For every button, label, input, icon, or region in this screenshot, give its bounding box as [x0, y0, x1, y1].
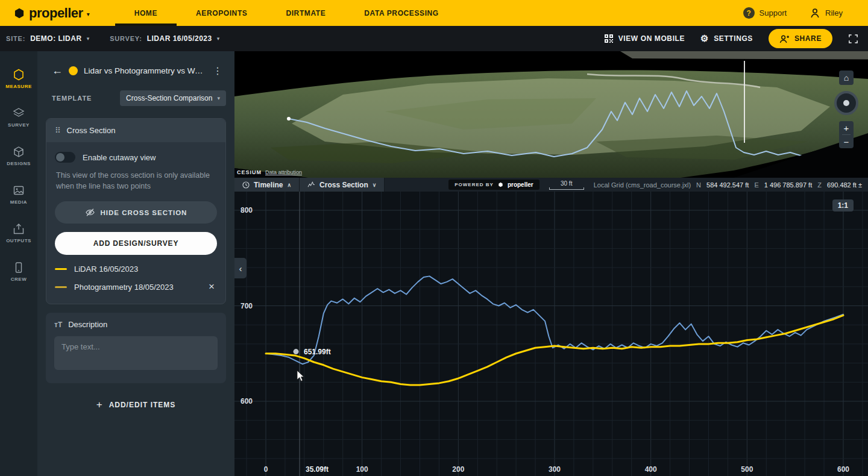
fullscreen-icon[interactable]	[848, 34, 858, 44]
nav-aeropoints[interactable]: AEROPOINTS	[177, 0, 266, 26]
measurement-panel: ← Lidar vs Photogrammetry vs Wa... ⋮ TEM…	[37, 51, 234, 476]
tab-cross-section[interactable]: Cross Section ∨	[300, 178, 385, 192]
logo-text: propeller	[29, 5, 83, 21]
main-nav: HOME AEROPOINTS DIRTMATE DATA PROCESSING	[115, 0, 458, 26]
template-caret-icon: ▾	[217, 95, 220, 101]
svg-text:200: 200	[452, 465, 464, 474]
support-label: Support	[760, 8, 787, 17]
cutaway-toggle-knob	[56, 153, 64, 161]
share-person-icon	[779, 34, 790, 43]
elevation-label: Z	[817, 181, 822, 189]
remove-series-icon[interactable]: ×	[206, 281, 217, 293]
zoom-in-button[interactable]: +	[839, 121, 854, 134]
designs-cube-icon	[13, 146, 25, 158]
rail-item-outputs[interactable]: OUTPUTS	[0, 214, 37, 252]
measurement-title: Lidar vs Photogrammetry vs Wa...	[84, 66, 203, 75]
powered-brand-label: propeller	[508, 181, 533, 188]
chart-canvas[interactable]: 010020030040050060080070060035.09ft651.9…	[234, 192, 868, 476]
plus-icon: +	[96, 399, 103, 411]
description-input[interactable]	[54, 336, 218, 370]
cross-section-card-title: Cross Section	[67, 126, 116, 135]
settings-label: SETTINGS	[714, 34, 753, 43]
logo-caret-icon: ▾	[87, 11, 90, 17]
survey-selector[interactable]: SURVEY: LIDAR 16/05/2023 ▾	[110, 34, 219, 43]
rail-item-designs[interactable]: DESIGNS	[0, 137, 37, 175]
rail-label-designs: DESIGNS	[7, 161, 31, 166]
cesium-watermark: CESIUM	[237, 169, 262, 175]
cutaway-toggle-label: Enable cutaway view	[83, 153, 156, 162]
terrain-scene	[234, 51, 868, 178]
hide-cross-section-button[interactable]: HIDE CROSS SECTION	[55, 201, 217, 224]
rail-label-crew: CREW	[11, 277, 27, 282]
top-navigation-bar: propeller ▾ HOME AEROPOINTS DIRTMATE DAT…	[0, 0, 868, 26]
outputs-export-icon	[13, 223, 25, 235]
nav-home[interactable]: HOME	[115, 0, 177, 26]
drag-handle-icon[interactable]: ⠿	[55, 126, 61, 135]
collapse-panel-button[interactable]: ‹	[234, 258, 247, 278]
lidar-swatch	[55, 268, 67, 270]
home-view-button[interactable]: ⌂	[839, 70, 854, 85]
app-window: propeller ▾ HOME AEROPOINTS DIRTMATE DAT…	[0, 0, 868, 476]
northing-value: 584 492.547 ft	[706, 181, 749, 189]
description-block: тT Description	[46, 313, 226, 383]
rail-item-measure[interactable]: MEASURE	[0, 60, 37, 98]
nav-data-processing[interactable]: DATA PROCESSING	[345, 0, 458, 26]
site-selector[interactable]: SITE: DEMO: LIDAR ▾	[6, 34, 89, 43]
add-design-survey-button[interactable]: ADD DESIGN/SURVEY	[55, 232, 217, 255]
svg-text:500: 500	[741, 465, 753, 474]
view-on-mobile-button[interactable]: VIEW ON MOBILE	[604, 34, 685, 43]
data-attribution-link[interactable]: Data attribution	[265, 169, 302, 175]
compass-gyro-control[interactable]	[834, 91, 858, 115]
easting-label: E	[754, 181, 758, 189]
kebab-menu-icon[interactable]: ⋮	[209, 65, 226, 77]
share-label: SHARE	[794, 34, 822, 43]
tab-timeline[interactable]: Timeline ∧	[234, 178, 300, 192]
rail-item-survey[interactable]: SURVEY	[0, 98, 37, 137]
support-menu[interactable]: ? Support	[743, 7, 787, 19]
map-scale-bar: 30 ft	[549, 180, 584, 190]
media-image-icon	[13, 184, 25, 196]
svg-text:600: 600	[241, 397, 253, 406]
nav-dirtmate[interactable]: DIRTMATE	[266, 0, 345, 26]
template-select[interactable]: Cross-Section Comparison ▾	[120, 90, 226, 106]
gear-icon: ⚙	[700, 33, 709, 44]
cutaway-toggle[interactable]	[55, 152, 75, 163]
zoom-out-button[interactable]: −	[839, 135, 854, 148]
rail-item-media[interactable]: MEDIA	[0, 175, 37, 214]
template-value: Cross-Section Comparison	[126, 94, 212, 102]
zoom-controls: + −	[839, 121, 854, 148]
user-name: Riley	[825, 8, 843, 17]
map-3d-viewer[interactable]: ⌂ + − CESIUM Data attribution	[234, 51, 868, 178]
view-on-mobile-label: VIEW ON MOBILE	[618, 34, 685, 43]
cross-section-card: ⠿ Cross Section Enable cutaway view This…	[46, 118, 226, 304]
site-caret-icon: ▾	[87, 36, 90, 42]
photogrammetry-swatch	[55, 286, 67, 288]
settings-button[interactable]: ⚙ SETTINGS	[700, 33, 753, 44]
powered-by-badge: POWERED BY propeller	[448, 180, 539, 190]
site-label: SITE:	[6, 35, 25, 42]
crew-phone-icon	[13, 261, 25, 274]
lidar-legend-label: LiDAR 16/05/2023	[74, 265, 138, 274]
viewer-bottom-strip: Timeline ∧ Cross Section ∨ POWERED BY	[234, 178, 868, 192]
viewer-nav-controls: ⌂ + −	[834, 70, 858, 148]
share-button[interactable]: SHARE	[769, 29, 832, 48]
timeline-tab-label: Timeline	[254, 181, 283, 189]
svg-text:0: 0	[264, 465, 268, 474]
survey-value: LIDAR 16/05/2023	[147, 34, 212, 43]
user-icon	[810, 8, 820, 18]
propeller-logo[interactable]: propeller ▾	[13, 5, 90, 21]
grid-label: Local Grid (cms_road_course.jxl)	[594, 181, 691, 189]
add-edit-items-button[interactable]: + ADD/EDIT ITEMS	[37, 399, 234, 411]
series-legend: LiDAR 16/05/2023 Photogrammetry 18/05/20…	[55, 265, 217, 293]
back-button[interactable]: ←	[52, 64, 63, 77]
rail-item-crew[interactable]: CREW	[0, 252, 37, 291]
svg-text:400: 400	[645, 465, 657, 474]
user-menu[interactable]: Riley	[810, 8, 843, 18]
site-value: DEMO: LIDAR	[30, 34, 82, 43]
easting-value: 1 496 785.897 ft	[764, 181, 813, 189]
cross-section-card-header[interactable]: ⠿ Cross Section	[46, 119, 225, 142]
cross-section-tab-label: Cross Section	[319, 181, 368, 189]
scale-line	[549, 187, 584, 190]
measurement-color-dot	[69, 66, 78, 75]
cross-section-chart[interactable]: 010020030040050060080070060035.09ft651.9…	[234, 192, 868, 476]
